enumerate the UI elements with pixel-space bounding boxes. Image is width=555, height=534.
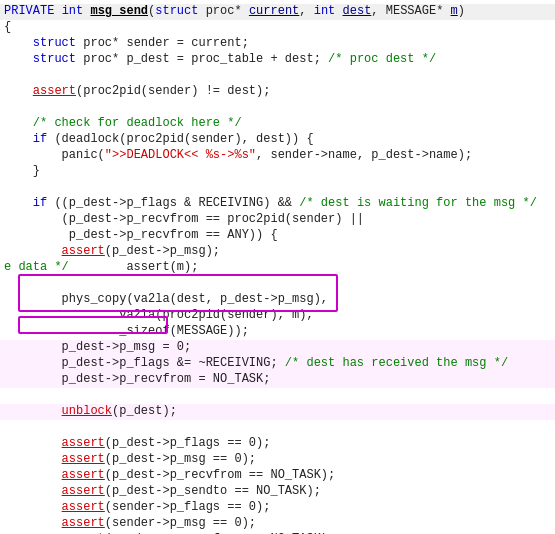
code-line-28: assert(p_dest->p_flags == 0);	[0, 436, 555, 452]
code-line-7	[0, 100, 555, 116]
code-line-26: unblock(p_dest);	[0, 404, 555, 420]
code-line-5-content	[0, 68, 555, 82]
code-line-22: p_dest->p_msg = 0;	[0, 340, 555, 356]
code-line-20-content: va2la(proc2pid(sender), m),	[0, 308, 555, 322]
code-line-12	[0, 180, 555, 196]
code-line-3: struct proc* sender = current;	[0, 36, 555, 52]
code-line-1-content: PRIVATE int msg_send(struct proc* curren…	[0, 4, 555, 18]
code-line-14: (p_dest->p_recvfrom == proc2pid(sender) …	[0, 212, 555, 228]
code-line-18	[0, 276, 555, 292]
code-line-17: e data */ assert(m);	[0, 260, 555, 276]
code-line-8-content: /* check for deadlock here */	[0, 116, 555, 130]
code-line-16: assert(p_dest->p_msg);	[0, 244, 555, 260]
code-line-21-content: _sizeof(MESSAGE));	[0, 324, 555, 338]
code-line-27	[0, 420, 555, 436]
code-line-33-content: assert(sender->p_msg == 0);	[0, 516, 555, 530]
code-line-7-content	[0, 100, 555, 114]
code-line-10: panic(">>DEADLOCK<< %s->%s", sender->nam…	[0, 148, 555, 164]
code-line-30: assert(p_dest->p_recvfrom == NO_TASK);	[0, 468, 555, 484]
code-line-28-content: assert(p_dest->p_flags == 0);	[0, 436, 555, 450]
code-line-4: struct proc* p_dest = proc_table + dest;…	[0, 52, 555, 68]
code-line-32-content: assert(sender->p_flags == 0);	[0, 500, 555, 514]
code-line-1: PRIVATE int msg_send(struct proc* curren…	[0, 4, 555, 20]
code-line-27-content	[0, 420, 555, 434]
code-line-25	[0, 388, 555, 404]
code-line-18-content	[0, 276, 555, 290]
code-line-22-content: p_dest->p_msg = 0;	[0, 340, 555, 354]
code-line-21: _sizeof(MESSAGE));	[0, 324, 555, 340]
code-line-16-content: assert(p_dest->p_msg);	[0, 244, 555, 258]
code-line-11-content: }	[0, 164, 555, 178]
code-editor: PRIVATE int msg_send(struct proc* curren…	[0, 0, 555, 534]
code-line-10-content: panic(">>DEADLOCK<< %s->%s", sender->nam…	[0, 148, 555, 162]
code-line-26-content: unblock(p_dest);	[0, 404, 555, 418]
code-line-31: assert(p_dest->p_sendto == NO_TASK);	[0, 484, 555, 500]
code-line-30-content: assert(p_dest->p_recvfrom == NO_TASK);	[0, 468, 555, 482]
code-line-19-content: phys_copy(va2la(dest, p_dest->p_msg),	[0, 292, 555, 306]
code-line-29-content: assert(p_dest->p_msg == 0);	[0, 452, 555, 466]
code-line-9: if (deadlock(proc2pid(sender), dest)) {	[0, 132, 555, 148]
code-line-13: if ((p_dest->p_flags & RECEIVING) && /* …	[0, 196, 555, 212]
code-line-13-content: if ((p_dest->p_flags & RECEIVING) && /* …	[0, 196, 555, 210]
code-line-25-content	[0, 388, 555, 402]
code-line-31-content: assert(p_dest->p_sendto == NO_TASK);	[0, 484, 555, 498]
code-line-19: phys_copy(va2la(dest, p_dest->p_msg),	[0, 292, 555, 308]
code-line-4-content: struct proc* p_dest = proc_table + dest;…	[0, 52, 555, 66]
code-line-24-content: p_dest->p_recvfrom = NO_TASK;	[0, 372, 555, 386]
code-line-17-content: e data */ assert(m);	[0, 260, 555, 274]
code-line-20: va2la(proc2pid(sender), m),	[0, 308, 555, 324]
code-line-12-content	[0, 180, 555, 194]
code-line-24: p_dest->p_recvfrom = NO_TASK;	[0, 372, 555, 388]
code-line-3-content: struct proc* sender = current;	[0, 36, 555, 50]
code-line-9-content: if (deadlock(proc2pid(sender), dest)) {	[0, 132, 555, 146]
code-line-15-content: p_dest->p_recvfrom == ANY)) {	[0, 228, 555, 242]
code-line-6: assert(proc2pid(sender) != dest);	[0, 84, 555, 100]
code-line-23: p_dest->p_flags &= ~RECEIVING; /* dest h…	[0, 356, 555, 372]
code-line-33: assert(sender->p_msg == 0);	[0, 516, 555, 532]
code-line-14-content: (p_dest->p_recvfrom == proc2pid(sender) …	[0, 212, 555, 226]
code-line-2: {	[0, 20, 555, 36]
code-line-29: assert(p_dest->p_msg == 0);	[0, 452, 555, 468]
code-line-11: }	[0, 164, 555, 180]
code-line-2-content: {	[0, 20, 555, 34]
code-line-15: p_dest->p_recvfrom == ANY)) {	[0, 228, 555, 244]
code-line-6-content: assert(proc2pid(sender) != dest);	[0, 84, 555, 98]
code-line-8: /* check for deadlock here */	[0, 116, 555, 132]
code-line-32: assert(sender->p_flags == 0);	[0, 500, 555, 516]
code-line-5	[0, 68, 555, 84]
code-line-23-content: p_dest->p_flags &= ~RECEIVING; /* dest h…	[0, 356, 555, 370]
